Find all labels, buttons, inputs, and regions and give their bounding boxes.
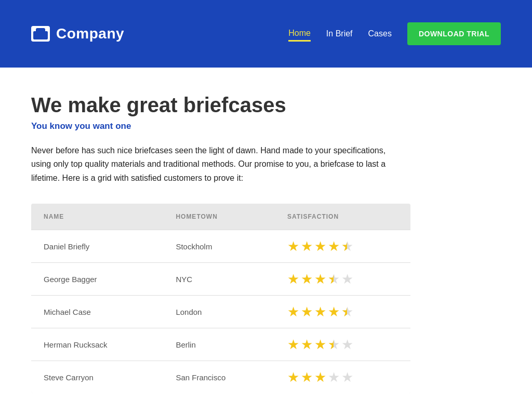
- star-filled: ★: [301, 305, 313, 318]
- main-nav: Home In Brief Cases DOWNLOAD TRIAL: [288, 22, 501, 45]
- star-empty: ★: [341, 370, 353, 384]
- table-row: Daniel Briefly Stockholm ★★★★★★: [31, 230, 410, 263]
- logo-area: Company: [31, 25, 124, 42]
- star-filled: ★: [287, 272, 299, 286]
- page-title: We make great briefcases: [31, 94, 501, 117]
- download-trial-button[interactable]: DOWNLOAD TRIAL: [407, 22, 501, 45]
- star-rating: ★★★★★★: [287, 305, 398, 318]
- customer-name: Daniel Briefly: [31, 230, 163, 263]
- nav-in-brief[interactable]: In Brief: [326, 26, 353, 41]
- customer-satisfaction: ★★★★★★: [275, 296, 410, 328]
- logo-text: Company: [56, 25, 124, 42]
- header: Company Home In Brief Cases DOWNLOAD TRI…: [0, 0, 532, 68]
- customer-satisfaction: ★★★★★★: [275, 328, 410, 361]
- customer-name: Steve Carryon: [31, 361, 163, 394]
- star-filled: ★: [287, 305, 299, 318]
- star-filled: ★: [301, 272, 313, 286]
- page-description: Never before has such nice briefcases se…: [31, 144, 395, 185]
- star-empty: ★: [328, 370, 340, 384]
- customer-hometown: NYC: [163, 263, 275, 296]
- customer-hometown: Berlin: [163, 328, 275, 361]
- main-content: We make great briefcases You know you wa…: [0, 68, 532, 399]
- customer-satisfaction: ★★★★★: [275, 361, 410, 394]
- customer-name: Michael Case: [31, 296, 163, 328]
- star-filled: ★: [287, 370, 299, 384]
- star-half: ★★: [341, 305, 353, 318]
- page-subtitle: You know you want one: [31, 121, 501, 131]
- col-satisfaction: SATISFACTION: [275, 204, 410, 230]
- table-header-row: NAME HOMETOWN SATISFACTION: [31, 204, 410, 230]
- star-empty: ★: [341, 338, 353, 351]
- star-filled: ★: [287, 240, 299, 253]
- star-empty: ★: [341, 272, 353, 286]
- star-filled: ★: [301, 338, 313, 351]
- table-row: Steve Carryon San Francisco ★★★★★: [31, 361, 410, 394]
- customers-table-container: NAME HOMETOWN SATISFACTION Daniel Briefl…: [31, 204, 410, 393]
- col-name: NAME: [31, 204, 163, 230]
- customer-hometown: San Francisco: [163, 361, 275, 394]
- star-filled: ★: [314, 240, 326, 253]
- briefcase-icon: [31, 26, 50, 42]
- table-row: Michael Case London ★★★★★★: [31, 296, 410, 328]
- nav-cases[interactable]: Cases: [368, 26, 392, 41]
- customer-satisfaction: ★★★★★★: [275, 263, 410, 296]
- star-filled: ★: [301, 370, 313, 384]
- customer-hometown: Stockholm: [163, 230, 275, 263]
- col-hometown: HOMETOWN: [163, 204, 275, 230]
- star-filled: ★: [314, 338, 326, 351]
- customer-name: George Bagger: [31, 263, 163, 296]
- star-filled: ★: [328, 305, 340, 318]
- star-rating: ★★★★★: [287, 370, 398, 384]
- star-filled: ★: [328, 240, 340, 253]
- customer-hometown: London: [163, 296, 275, 328]
- table-row: Herman Rucksack Berlin ★★★★★★: [31, 328, 410, 361]
- table-row: George Bagger NYC ★★★★★★: [31, 263, 410, 296]
- star-rating: ★★★★★★: [287, 338, 398, 351]
- star-filled: ★: [301, 240, 313, 253]
- star-half: ★★: [328, 272, 340, 286]
- customers-table: NAME HOMETOWN SATISFACTION Daniel Briefl…: [31, 204, 410, 393]
- star-filled: ★: [314, 370, 326, 384]
- star-filled: ★: [314, 272, 326, 286]
- customer-name: Herman Rucksack: [31, 328, 163, 361]
- star-rating: ★★★★★★: [287, 272, 398, 286]
- nav-home[interactable]: Home: [288, 26, 311, 42]
- star-half: ★★: [341, 240, 353, 253]
- star-rating: ★★★★★★: [287, 240, 398, 253]
- star-filled: ★: [287, 338, 299, 351]
- star-half: ★★: [328, 338, 340, 351]
- customer-satisfaction: ★★★★★★: [275, 230, 410, 263]
- star-filled: ★: [314, 305, 326, 318]
